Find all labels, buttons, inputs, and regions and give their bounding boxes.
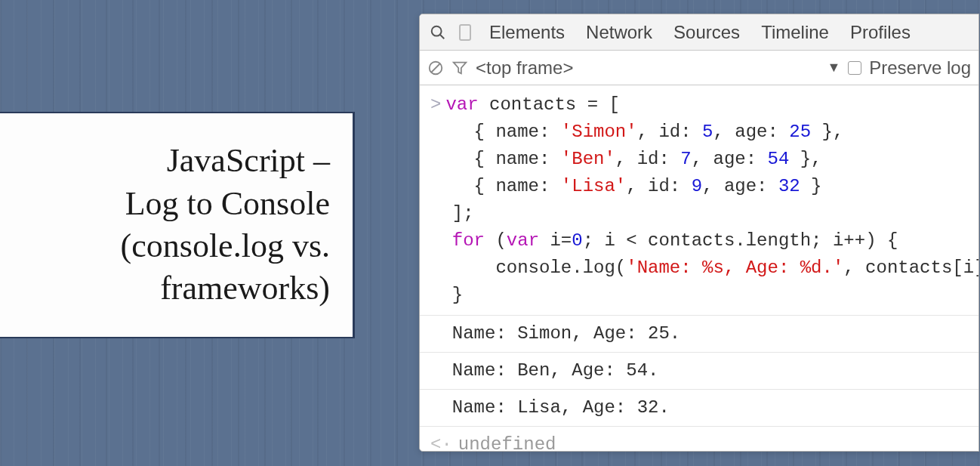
console-input-code: >var contacts = [ { name: 'Simon', id: 5… <box>420 90 978 316</box>
filter-icon[interactable] <box>451 60 468 76</box>
preserve-log-checkbox[interactable] <box>848 61 861 75</box>
tab-sources[interactable]: Sources <box>664 22 749 43</box>
device-icon[interactable] <box>453 23 477 42</box>
devtools-tabbar: Elements Network Sources Timeline Profil… <box>420 14 978 51</box>
frame-selector[interactable]: <top frame> <box>476 57 573 79</box>
svg-marker-5 <box>454 62 467 73</box>
input-caret-icon: > <box>430 94 441 115</box>
svg-point-0 <box>432 26 442 35</box>
console-output-line: Name: Lisa, Age: 32. <box>420 390 978 427</box>
svg-rect-2 <box>460 25 470 40</box>
console-filterbar: <top frame> ▼ Preserve log <box>420 51 978 85</box>
title-line-1: JavaScript – <box>167 142 330 179</box>
preserve-log-label: Preserve log <box>869 57 971 79</box>
svg-line-1 <box>440 34 445 39</box>
chevron-down-icon[interactable]: ▼ <box>827 60 840 76</box>
svg-line-4 <box>432 63 440 72</box>
title-text: JavaScript – Log to Console (console.log… <box>121 140 330 310</box>
console-output-line: Name: Simon, Age: 25. <box>420 316 978 353</box>
tab-network[interactable]: Network <box>577 22 661 43</box>
console-output-line: Name: Ben, Age: 54. <box>420 353 978 390</box>
title-card: JavaScript – Log to Console (console.log… <box>0 112 355 338</box>
tab-timeline[interactable]: Timeline <box>752 22 838 43</box>
console-body: >var contacts = [ { name: 'Simon', id: 5… <box>420 85 978 452</box>
tab-profiles[interactable]: Profiles <box>841 22 920 43</box>
return-value: undefined <box>458 434 556 452</box>
return-caret-icon: <· <box>430 434 452 452</box>
console-return-line: <·undefined <box>420 427 978 452</box>
tab-elements[interactable]: Elements <box>480 22 574 43</box>
devtools-panel: Elements Network Sources Timeline Profil… <box>419 14 979 452</box>
title-line-2: Log to Console <box>125 185 330 222</box>
title-line-4: frameworks) <box>160 270 330 307</box>
title-line-3: (console.log vs. <box>121 227 330 264</box>
clear-console-icon[interactable] <box>427 60 444 76</box>
search-icon[interactable] <box>426 24 450 41</box>
